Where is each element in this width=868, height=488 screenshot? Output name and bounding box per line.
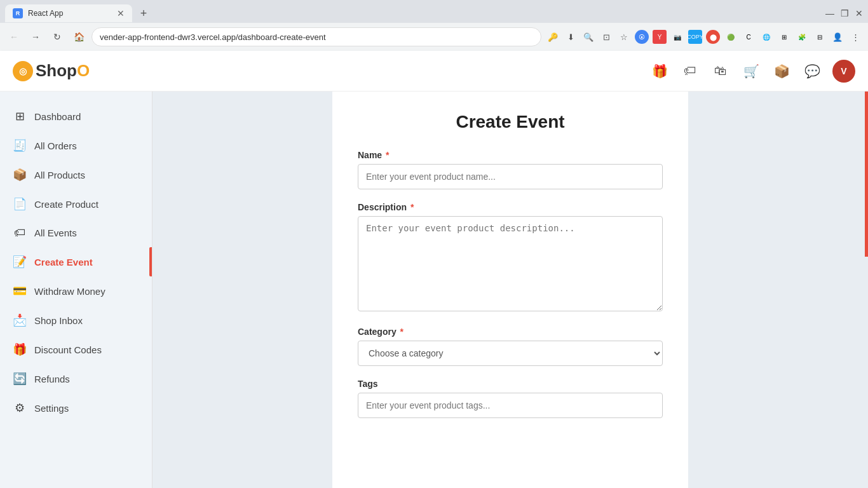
ext-icon-1[interactable]: ⦿ [635,30,649,44]
sidebar: ⊞ Dashboard 🧾 All Orders 📦 All Products … [0,92,153,488]
sidebar-item-label: Shop Inbox [34,315,83,326]
menu-icon[interactable]: ⋮ [848,29,863,44]
sidebar-item-all-products[interactable]: 📦 All Products [0,160,152,189]
description-textarea[interactable] [358,216,663,311]
tab-title: React App [28,9,63,18]
address-bar[interactable] [92,27,541,46]
create-event-form: Create Event Name * Description * [332,92,688,488]
ext-icon-6[interactable]: 🟢 [724,30,738,44]
zoom-icon[interactable]: 🔍 [581,29,596,44]
logo-icon: ◎ [13,61,33,81]
create-event-icon: 📝 [13,255,27,269]
events-icon: 🏷 [13,226,27,240]
description-required: * [408,202,414,212]
tag-icon[interactable]: 🏷 [680,61,700,81]
cast-icon[interactable]: ⊡ [599,29,614,44]
box-icon[interactable]: 📦 [771,61,792,81]
ext-icon-2[interactable]: Y [653,30,667,44]
tags-label: Tags [358,379,663,389]
profile-icon[interactable]: 👤 [830,29,845,44]
app-layout: ◎ ShopO 🎁 🏷 🛍 🛒 📦 💬 V ⊞ Dashboard 🧾 All … [0,51,868,488]
ext-icon-8[interactable]: 🌐 [759,30,773,44]
sidebar-item-refunds[interactable]: 🔄 Refunds [0,364,152,393]
name-field-group: Name * [358,150,663,189]
close-window-button[interactable]: ✕ [855,8,863,18]
sidebar-item-label: Create Event [34,257,93,268]
sidebar-item-withdraw-money[interactable]: 💳 Withdraw Money [0,276,152,306]
logo-text: ShopO [36,61,90,81]
download-icon[interactable]: ⬇ [563,29,578,44]
home-button[interactable]: 🏠 [70,28,88,46]
name-input[interactable] [358,164,663,189]
page-area: Create Event Name * Description * [153,92,868,488]
minimize-button[interactable]: — [825,8,834,18]
shopping-bag-icon[interactable]: 🛍 [710,61,731,81]
cart-icon[interactable]: 🛒 [741,61,761,81]
tags-input[interactable] [358,393,663,418]
description-label: Description * [358,202,663,212]
sidebar-item-create-product[interactable]: 📄 Create Product [0,189,152,219]
tags-field-group: Tags [358,379,663,418]
sidebar-item-label: Create Product [34,199,98,210]
settings-icon: ⚙ [13,401,27,415]
inbox-icon: 📩 [13,313,27,327]
app-header: ◎ ShopO 🎁 🏷 🛍 🛒 📦 💬 V [0,51,868,92]
ext-icon-5[interactable]: ⬤ [706,30,720,44]
withdraw-icon: 💳 [13,284,27,298]
ext-icon-3[interactable]: 📷 [670,30,684,44]
key-icon[interactable]: 🔑 [545,29,560,44]
sidebar-item-dashboard[interactable]: ⊞ Dashboard [0,102,152,131]
ext-icon-9[interactable]: ⊞ [777,30,791,44]
logo: ◎ ShopO [13,61,90,81]
category-label: Category * [358,327,663,337]
orders-icon: 🧾 [13,139,27,152]
sidebar-item-label: Withdraw Money [34,286,105,297]
refunds-icon: 🔄 [13,372,27,386]
forward-button[interactable]: → [27,28,44,46]
dashboard-icon: ⊞ [13,109,27,123]
sidebar-item-label: All Orders [34,140,77,151]
products-icon: 📦 [13,168,27,182]
form-title: Create Event [358,112,663,132]
sidebar-item-label: Dashboard [34,111,81,122]
sidebar-item-all-orders[interactable]: 🧾 All Orders [0,131,152,160]
red-border-divider [865,92,868,257]
sidebar-item-label: Discount Codes [34,344,102,355]
ext-icon-4[interactable]: COPY [688,30,702,44]
message-icon[interactable]: 💬 [802,61,822,81]
active-indicator [149,247,152,276]
name-label: Name * [358,150,663,160]
sidebar-item-label: Refunds [34,374,70,384]
tab-close-button[interactable]: ✕ [117,8,125,18]
main-content: ⊞ Dashboard 🧾 All Orders 📦 All Products … [0,92,868,488]
sidebar-item-settings[interactable]: ⚙ Settings [0,393,152,423]
bookmark-icon[interactable]: ☆ [616,29,632,44]
tab-favicon: R [13,8,23,18]
browser-toolbar-icons: 🔑 ⬇ 🔍 ⊡ ☆ ⦿ Y 📷 COPY ⬤ 🟢 C 🌐 ⊞ 🧩 ⊟ 👤 ⋮ [545,29,863,44]
back-button[interactable]: ← [5,28,23,46]
ext-icon-11[interactable]: ⊟ [813,30,827,44]
tab-bar: R React App ✕ + — ❒ ✕ [0,0,868,23]
category-select[interactable]: Choose a category Electronics Clothing B… [358,341,663,366]
avatar[interactable]: V [832,60,855,83]
discount-icon: 🎁 [13,342,27,356]
sidebar-item-label: All Products [34,170,85,180]
active-tab[interactable]: R React App ✕ [5,4,132,22]
name-required: * [383,150,389,160]
sidebar-item-discount-codes[interactable]: 🎁 Discount Codes [0,335,152,364]
create-product-icon: 📄 [13,197,27,211]
sidebar-item-label: Settings [34,403,69,414]
header-icons: 🎁 🏷 🛍 🛒 📦 💬 V [649,60,855,83]
gift-icon[interactable]: 🎁 [649,61,670,81]
sidebar-item-create-event[interactable]: 📝 Create Event [0,247,152,276]
reload-button[interactable]: ↻ [48,28,66,46]
sidebar-item-shop-inbox[interactable]: 📩 Shop Inbox [0,306,152,335]
ext-icon-10[interactable]: 🧩 [795,30,809,44]
page-area-inner: Create Event Name * Description * [153,92,868,488]
description-field-group: Description * [358,202,663,314]
ext-icon-7[interactable]: C [742,30,756,44]
new-tab-button[interactable]: + [135,4,153,22]
nav-bar: ← → ↻ 🏠 🔑 ⬇ 🔍 ⊡ ☆ ⦿ Y 📷 COPY ⬤ 🟢 C 🌐 ⊞ 🧩… [0,23,868,51]
sidebar-item-all-events[interactable]: 🏷 All Events [0,219,152,247]
maximize-button[interactable]: ❒ [841,8,849,18]
